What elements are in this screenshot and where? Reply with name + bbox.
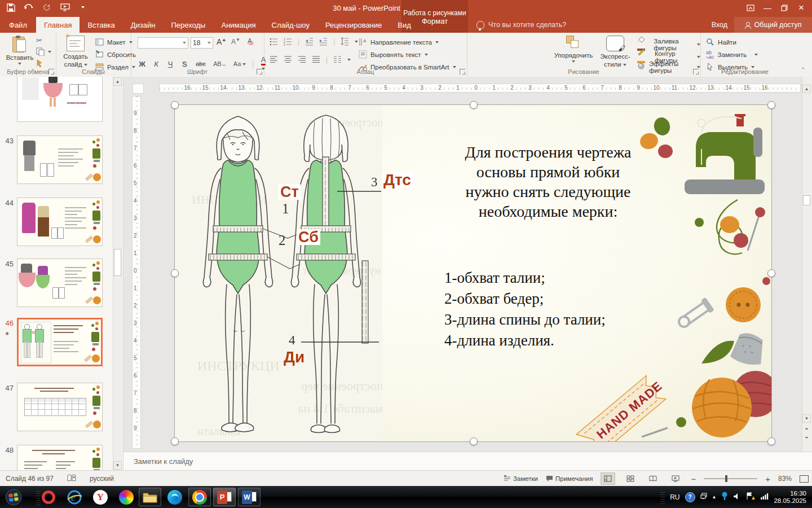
- ribbon-display-options-icon[interactable]: [742, 0, 759, 16]
- slide-thumbnail-48[interactable]: [17, 445, 103, 470]
- align-right-button[interactable]: [298, 55, 306, 64]
- zoom-in-button[interactable]: +: [765, 474, 770, 484]
- underline-button[interactable]: Ч: [166, 60, 175, 68]
- bold-button[interactable]: Ж: [138, 60, 147, 68]
- notes-pane[interactable]: Заметки к слайду: [123, 452, 812, 471]
- replace-button[interactable]: ab⤷ac Заменить: [706, 49, 758, 60]
- selection-handle-bottom-left[interactable]: [171, 437, 179, 445]
- selection-handle-bottom-right[interactable]: [767, 437, 775, 445]
- slide-thumbnail-43[interactable]: [17, 135, 103, 184]
- text-shadow-button[interactable]: S: [180, 60, 189, 68]
- align-text-button[interactable]: Выровнять текст: [359, 49, 428, 60]
- selection-handle-top-left[interactable]: [171, 101, 179, 109]
- selection-handle-bottom-center[interactable]: [470, 437, 478, 445]
- slide-thumbnail-45[interactable]: [17, 259, 103, 307]
- drawing-dialog-launcher[interactable]: [693, 69, 699, 75]
- internet-explorer-icon[interactable]: e: [63, 488, 86, 506]
- undo-icon[interactable]: [24, 2, 34, 12]
- volume-icon[interactable]: [733, 493, 741, 502]
- file-explorer-icon[interactable]: [139, 488, 161, 506]
- notes-toggle[interactable]: Заметки: [504, 473, 538, 485]
- selection-handle-top-right[interactable]: [767, 101, 775, 109]
- tab-вставка[interactable]: Вставка: [80, 17, 122, 33]
- italic-button[interactable]: К: [152, 60, 161, 68]
- font-name-combo[interactable]: [138, 37, 188, 49]
- bullets-button[interactable]: [270, 37, 278, 46]
- slide-sorter-view-button[interactable]: [623, 472, 638, 485]
- restore-button[interactable]: [776, 0, 793, 16]
- slide-thumbnail-46[interactable]: Ст: [17, 318, 103, 366]
- copy-button[interactable]: [36, 47, 51, 56]
- justify-button[interactable]: [312, 55, 320, 64]
- qat-customize-icon[interactable]: [78, 2, 88, 12]
- scroll-down-button[interactable]: ▼: [802, 414, 811, 423]
- normal-view-button[interactable]: [601, 472, 615, 485]
- share-button[interactable]: Общий доступ: [734, 17, 812, 33]
- language-tray[interactable]: RU: [670, 493, 679, 501]
- zoom-slider-handle[interactable]: [725, 475, 727, 482]
- find-button[interactable]: Найти: [706, 36, 736, 48]
- sign-in-link[interactable]: Вход: [712, 17, 727, 33]
- next-slide-button[interactable]: ⏷: [802, 433, 811, 442]
- previous-slide-button[interactable]: ⏶: [802, 424, 811, 433]
- slide-thumbnail-47[interactable]: [17, 383, 103, 431]
- font-dialog-launcher[interactable]: [257, 69, 262, 75]
- slideshow-view-button[interactable]: [668, 472, 683, 485]
- action-center-flag-icon[interactable]: !: [746, 492, 755, 502]
- slide-canvas[interactable]: построение чер ИНСТРУКЦИ ну мерки обхват…: [175, 105, 771, 441]
- redo-icon[interactable]: [42, 2, 52, 12]
- zoom-level[interactable]: 83%: [778, 475, 792, 483]
- window-tray-icon[interactable]: [700, 493, 707, 501]
- pin-tray-icon[interactable]: [721, 492, 728, 502]
- comments-toggle[interactable]: Примечания: [546, 473, 593, 485]
- powerpoint-icon[interactable]: P: [213, 488, 236, 506]
- shrink-font-button[interactable]: А▼: [231, 37, 240, 46]
- tab-файл[interactable]: Файл: [0, 17, 36, 33]
- scroll-up-button[interactable]: ▲: [802, 85, 811, 93]
- zoom-slider[interactable]: [704, 478, 757, 479]
- layout-button[interactable]: Макет: [95, 36, 133, 48]
- show-hidden-icons[interactable]: ▲: [712, 494, 717, 500]
- save-icon[interactable]: [6, 2, 16, 12]
- spellcheck-icon[interactable]: [67, 474, 76, 484]
- format-painter-button[interactable]: [36, 59, 45, 67]
- close-button[interactable]: ×: [793, 0, 810, 16]
- selection-handle-top-center[interactable]: [470, 101, 478, 109]
- character-spacing-button[interactable]: АВ↔: [213, 60, 227, 67]
- opera-icon[interactable]: [37, 488, 60, 506]
- tell-me-box[interactable]: Что вы хотите сделать?: [476, 17, 566, 33]
- line-spacing-button[interactable]: [341, 37, 349, 46]
- paragraph-dialog-launcher[interactable]: [460, 69, 465, 75]
- clear-formatting-button[interactable]: А: [247, 37, 256, 47]
- zoom-out-button[interactable]: −: [691, 474, 696, 484]
- tab-слайд-шоу[interactable]: Слайд-шоу: [264, 17, 317, 33]
- scroll-thumb[interactable]: [803, 195, 810, 205]
- increase-indent-button[interactable]: [319, 37, 328, 46]
- strikethrough-button[interactable]: abc: [194, 60, 208, 67]
- align-left-button[interactable]: [270, 55, 278, 64]
- minimize-button[interactable]: —: [759, 0, 776, 16]
- columns-button[interactable]: [333, 55, 342, 64]
- tab-рецензирование[interactable]: Рецензирование: [317, 17, 390, 33]
- chrome-icon[interactable]: [188, 488, 211, 506]
- font-size-combo[interactable]: 18: [191, 37, 213, 49]
- clipboard-dialog-launcher[interactable]: [48, 69, 54, 75]
- fit-slide-to-window-button[interactable]: [800, 475, 809, 483]
- network-icon[interactable]: [760, 493, 769, 501]
- help-tray-icon[interactable]: ?: [685, 492, 695, 502]
- tab-главная[interactable]: Главная: [36, 17, 80, 33]
- slide-thumbnail-44[interactable]: [17, 198, 103, 246]
- measurement-figure-image[interactable]: построение чер ИНСТРУКЦИ ну мерки обхват…: [175, 105, 382, 441]
- collapse-ribbon-button[interactable]: ⌃: [801, 67, 805, 73]
- start-slideshow-icon[interactable]: [60, 2, 70, 12]
- selection-handle-mid-left[interactable]: [171, 269, 179, 277]
- selection-handle-mid-right[interactable]: [767, 269, 775, 277]
- reading-view-button[interactable]: [646, 472, 660, 485]
- yandex-browser-icon[interactable]: Y: [89, 488, 112, 506]
- change-case-button[interactable]: Аа: [232, 60, 247, 67]
- grow-font-button[interactable]: А▲: [217, 37, 226, 46]
- thumb-scroll-up[interactable]: ▲: [113, 77, 122, 86]
- thumb-scroll-thumb[interactable]: [114, 249, 121, 276]
- thumb-scroll-down[interactable]: ▼: [113, 461, 122, 470]
- tab-переходы[interactable]: Переходы: [163, 17, 213, 33]
